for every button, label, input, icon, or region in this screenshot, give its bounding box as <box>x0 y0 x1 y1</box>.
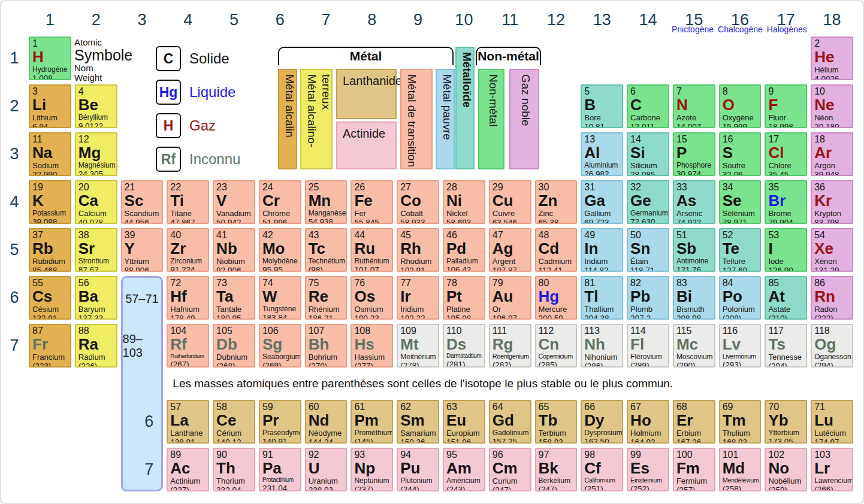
element-he[interactable]: 2HeHélium4,0026 <box>811 37 853 80</box>
element-li[interactable]: 3LiLithium6,94 <box>29 84 71 128</box>
element-sn[interactable]: 50SnÉtain118,71 <box>627 228 669 272</box>
element-pu[interactable]: 94PuPlutonium(244) <box>397 448 439 491</box>
element-cm[interactable]: 96CmCurium(247) <box>489 448 531 491</box>
element-ti[interactable]: 22TiTitane47,867 <box>167 180 209 224</box>
element-nd[interactable]: 60NdNéodyme144,24 <box>305 400 348 444</box>
element-ds[interactable]: 110DsDarmstadtium(281) <box>443 324 485 368</box>
element-se[interactable]: 34SeSélénium78,971 <box>719 180 762 224</box>
element-pd[interactable]: 46PdPalladium106,42 <box>443 228 485 272</box>
element-lu[interactable]: 71LuLutécium174,97 <box>811 400 853 444</box>
element-fr[interactable]: 87FrFrancium(223) <box>29 324 71 368</box>
element-fe[interactable]: 26FeFer55,845 <box>351 180 393 224</box>
element-cf[interactable]: 98CfCalifornium(251) <box>581 448 623 491</box>
element-br[interactable]: 35BrBrome79,904 <box>765 180 807 224</box>
element-ce[interactable]: 58CeCérium140,12 <box>213 400 255 444</box>
element-rb[interactable]: 37RbRubidium85,468 <box>29 228 71 272</box>
element-tm[interactable]: 69TmThulium168,93 <box>719 400 762 444</box>
element-tc[interactable]: 43TcTechnétium(98) <box>305 228 348 272</box>
element-dy[interactable]: 66DyDysprosium162,50 <box>581 400 623 444</box>
element-ca[interactable]: 20CaCalcium40,078 <box>75 180 117 224</box>
element-ba[interactable]: 56BaBaryum137,33 <box>75 276 117 320</box>
element-bi[interactable]: 83BiBismuth208,98 <box>673 276 715 320</box>
element-rh[interactable]: 45RhRhodium102,91 <box>397 228 439 272</box>
element-mc[interactable]: 115McMoscovium(290) <box>673 324 715 368</box>
element-pm[interactable]: 61PmProméthium(145) <box>351 400 393 444</box>
element-lv[interactable]: 116LvLivermorium(293) <box>719 324 762 368</box>
element-be[interactable]: 4BeBéryllium9,0122 <box>75 84 117 128</box>
element-pb[interactable]: 82PbPlomb207,2 <box>627 276 669 320</box>
element-bh[interactable]: 107BhBohrium(270) <box>305 324 348 368</box>
element-zn[interactable]: 30ZnZinc65,38 <box>535 180 578 224</box>
element-tb[interactable]: 65TbTerbium158,93 <box>535 400 578 444</box>
element-am[interactable]: 95AmAméricium(243) <box>443 448 485 491</box>
element-ag[interactable]: 47AgArgent107,87 <box>489 228 531 272</box>
element-er[interactable]: 68ErErbium167,26 <box>673 400 715 444</box>
element-md[interactable]: 101MdMendélévium(258) <box>719 448 762 491</box>
element-sg[interactable]: 106SgSeaborgium(269) <box>259 324 301 368</box>
element-mg[interactable]: 12MgMagnésium24,305 <box>75 132 117 176</box>
element-fm[interactable]: 100FmFermium(257) <box>673 448 715 491</box>
element-f[interactable]: 9FFluor18,998 <box>765 84 807 128</box>
element-mt[interactable]: 109MtMeitnérium(278) <box>397 324 439 368</box>
element-si[interactable]: 14SiSilicium28,085 <box>627 132 669 176</box>
element-es[interactable]: 99EsEinsteinium(252) <box>627 448 669 491</box>
element-nh[interactable]: 113NhNihonium(286) <box>581 324 623 368</box>
element-lr[interactable]: 103LrLawrencium(266) <box>811 448 853 491</box>
element-ra[interactable]: 88RaRadium(226) <box>75 324 117 368</box>
element-og[interactable]: 118OgOganesson(294) <box>811 324 853 368</box>
element-ge[interactable]: 32GeGermanium72,630 <box>627 180 669 224</box>
element-w[interactable]: 74WTungstène183,84 <box>259 276 301 320</box>
element-cu[interactable]: 29CuCuivre63,546 <box>489 180 531 224</box>
element-sb[interactable]: 51SbAntimoine121,76 <box>673 228 715 272</box>
element-cd[interactable]: 48CdCadmium112,41 <box>535 228 578 272</box>
element-la[interactable]: 57LaLanthane138,91 <box>167 400 209 444</box>
element-cn[interactable]: 112CnCopernicium(285) <box>535 324 578 368</box>
element-hg[interactable]: 80HgMercure200,59 <box>535 276 578 320</box>
element-b[interactable]: 5BBore10,81 <box>581 84 623 128</box>
element-ni[interactable]: 28NiNickel58,693 <box>443 180 485 224</box>
element-np[interactable]: 93NpNeptunium(237) <box>351 448 393 491</box>
element-ho[interactable]: 67HoHolmium164,93 <box>627 400 669 444</box>
element-na[interactable]: 11NaSodium22,990 <box>29 132 71 176</box>
element-fl[interactable]: 114FlFlérovium(289) <box>627 324 669 368</box>
element-o[interactable]: 8OOxygène15,999 <box>719 84 762 128</box>
element-kr[interactable]: 36KrKrypton83,798 <box>811 180 853 224</box>
element-gd[interactable]: 64GdGadolinium157,25 <box>489 400 531 444</box>
element-nb[interactable]: 41NbNiobium92,906 <box>213 228 255 272</box>
element-cl[interactable]: 17ClChlore35,45 <box>765 132 807 176</box>
element-as[interactable]: 33AsArsenic74,922 <box>673 180 715 224</box>
element-s[interactable]: 16SSoufre32,06 <box>719 132 762 176</box>
element-pr[interactable]: 59PrPraséodyme140,91 <box>259 400 301 444</box>
element-pt[interactable]: 78PtPlatine195,08 <box>443 276 485 320</box>
element-os[interactable]: 76OsOsmium190,23 <box>351 276 393 320</box>
element-zr[interactable]: 40ZrZirconium91,224 <box>167 228 209 272</box>
element-tl[interactable]: 81TlThallium204,38 <box>581 276 623 320</box>
element-ac[interactable]: 89AcActinium(227) <box>167 448 209 491</box>
element-sc[interactable]: 21ScScandium44,956 <box>121 180 164 224</box>
element-rg[interactable]: 111RgRoentgenium(282) <box>489 324 531 368</box>
element-u[interactable]: 92UUranium238,03 <box>305 448 348 491</box>
element-i[interactable]: 53IIode126,90 <box>765 228 807 272</box>
element-c[interactable]: 6CCarbone12,011 <box>627 84 669 128</box>
element-au[interactable]: 79AuOr196,97 <box>489 276 531 320</box>
element-hf[interactable]: 72HfHafnium178,49 <box>167 276 209 320</box>
element-at[interactable]: 85AtAstate(210) <box>765 276 807 320</box>
element-po[interactable]: 84PoPolonium(209) <box>719 276 762 320</box>
element-v[interactable]: 23VVanadium50,942 <box>213 180 255 224</box>
element-no[interactable]: 102NoNobélium(259) <box>765 448 807 491</box>
element-bk[interactable]: 97BkBerkélium(247) <box>535 448 578 491</box>
element-ga[interactable]: 31GaGallium69,723 <box>581 180 623 224</box>
element-hs[interactable]: 108HsHassium(277) <box>351 324 393 368</box>
element-cr[interactable]: 24CrChrome51,996 <box>259 180 301 224</box>
element-al[interactable]: 13AlAluminium26,982 <box>581 132 623 176</box>
element-p[interactable]: 15PPhosphore30,974 <box>673 132 715 176</box>
element-mn[interactable]: 25MnManganèse54,938 <box>305 180 348 224</box>
element-cs[interactable]: 55CsCésium132,91 <box>29 276 71 320</box>
element-co[interactable]: 27CoCobalt58,933 <box>397 180 439 224</box>
element-y[interactable]: 39YYttrium88,906 <box>121 228 164 272</box>
element-mo[interactable]: 42MoMolybdène95,95 <box>259 228 301 272</box>
element-ts[interactable]: 117TsTennesse(294) <box>765 324 807 368</box>
element-ne[interactable]: 10NeNéon20,180 <box>811 84 853 128</box>
element-n[interactable]: 7NAzote14,007 <box>673 84 715 128</box>
element-db[interactable]: 105DbDubnium(268) <box>213 324 255 368</box>
